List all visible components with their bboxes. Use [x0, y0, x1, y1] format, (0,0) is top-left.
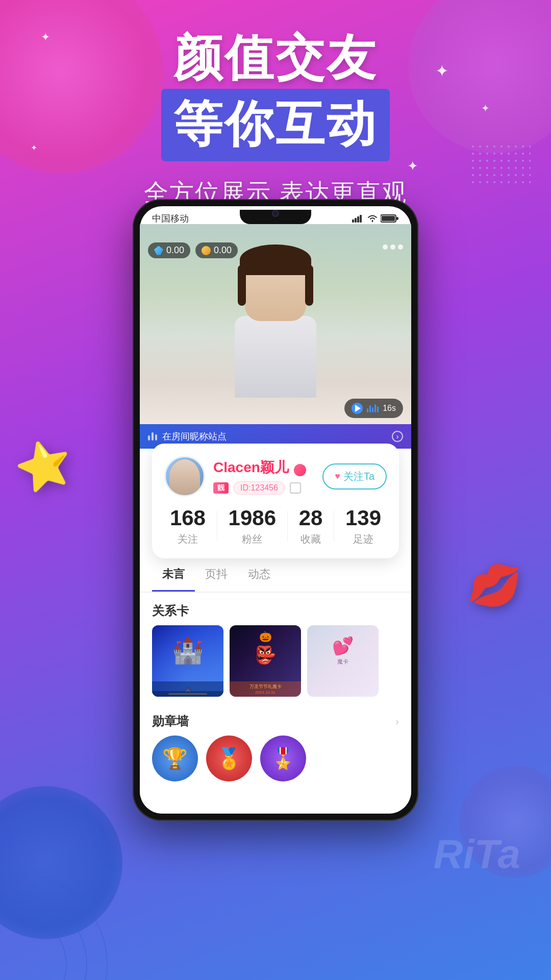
- medal-arrow-icon[interactable]: ›: [395, 716, 399, 727]
- rita-watermark: RiTa: [434, 831, 520, 878]
- badges-row: 🏆 🏅 🎖️: [140, 736, 411, 792]
- avatar: [164, 456, 205, 497]
- dot-2: [390, 244, 395, 250]
- tab-weiyuan[interactable]: 未言: [152, 558, 195, 592]
- relation-card-2[interactable]: 🎃 👺 万圣节节礼魔卡 2023.10.31: [230, 625, 301, 697]
- coin-badges: 0.00 0.00: [148, 242, 238, 258]
- banner-arrow-icon[interactable]: ›: [392, 431, 403, 442]
- svg-rect-6: [396, 217, 398, 220]
- medal-section-title: 勋章墙: [152, 713, 189, 729]
- svg-rect-1: [355, 218, 357, 223]
- profile-info: Clacen颖儿 靓 ID:123456: [213, 458, 314, 495]
- phone-lower-content: 未言 页抖 动态 关系卡 🏰 🏰: [140, 558, 411, 814]
- heart-icon: ♥: [335, 471, 340, 482]
- copy-id-button[interactable]: [290, 482, 301, 494]
- play-triangle-icon: [355, 405, 361, 412]
- diamond-amount: 0.00: [166, 245, 184, 256]
- following-label: 关注: [170, 532, 206, 546]
- svg-point-8: [0, 893, 87, 980]
- bar-1: [148, 435, 150, 440]
- stat-divider-2: [287, 511, 288, 542]
- dot-1: [383, 244, 388, 250]
- play-button[interactable]: [352, 403, 363, 414]
- svg-point-7: [0, 873, 107, 980]
- footprint-label: 足迹: [345, 532, 381, 546]
- person-silhouette: [230, 255, 321, 398]
- star-3d-decoration: ⭐: [9, 432, 78, 499]
- svg-rect-5: [382, 216, 395, 221]
- profile-name: Clacen颖儿: [213, 459, 289, 475]
- profile-card: Clacen颖儿 靓 ID:123456 ♥ 关注Ta: [152, 444, 399, 558]
- beauty-badge: 靓: [213, 482, 229, 494]
- follow-label: 关注Ta: [343, 470, 374, 483]
- wave-bar-4: [374, 404, 376, 412]
- followers-label: 粉丝: [229, 532, 276, 546]
- battery-icon: [381, 214, 399, 223]
- playback-control[interactable]: 16s: [344, 399, 403, 418]
- banner-bars-icon: [148, 432, 157, 440]
- hero-title-line1: 颜值交友: [0, 31, 551, 85]
- phone-screen: 中国移动: [140, 206, 411, 814]
- bar-2: [152, 432, 154, 440]
- banner-text: 在房间昵称站点: [162, 430, 387, 443]
- camera-cutout: [272, 210, 279, 217]
- medal-section-row: 勋章墙 ›: [140, 705, 411, 736]
- carrier-label: 中国移动: [152, 212, 189, 225]
- dot-3: [398, 244, 403, 250]
- tab-dongtai[interactable]: 动态: [238, 558, 281, 592]
- phone-notch: [240, 210, 311, 224]
- svg-rect-3: [360, 215, 362, 223]
- phone-frame: 中国移动: [133, 199, 418, 821]
- tab-pagepoke[interactable]: 页抖: [195, 558, 238, 592]
- diamond-icon: [154, 246, 163, 255]
- phone-mockup: 中国移动: [92, 199, 459, 821]
- wave-bar-5: [377, 406, 379, 412]
- hero-section: 颜值交友 等你互动 全方位展示 表达更直观: [0, 31, 551, 209]
- wave-bar-2: [369, 405, 371, 412]
- signal-icon: [352, 214, 364, 223]
- playback-time: 16s: [383, 404, 396, 413]
- svg-rect-2: [357, 216, 359, 223]
- user-id-badge: ID:123456: [234, 481, 285, 495]
- profile-tabs: 未言 页抖 动态: [140, 558, 411, 593]
- stat-divider-3: [334, 511, 334, 542]
- stat-following: 168 关注: [170, 506, 206, 546]
- stat-divider-1: [217, 511, 217, 542]
- avatar-figure: [169, 459, 200, 495]
- relation-cards-row: 🏰 🏰 🎃 👺 万圣节节礼魔卡 2023.10.31: [140, 625, 411, 705]
- relation-card-3[interactable]: 💕 魔卡: [307, 625, 379, 697]
- gold-badge: 0.00: [195, 242, 238, 258]
- profile-name-row: Clacen颖儿: [213, 458, 314, 477]
- svg-rect-0: [352, 219, 354, 223]
- svg-point-9: [0, 914, 66, 980]
- follow-button[interactable]: ♥ 关注Ta: [322, 463, 387, 489]
- stats-row: 168 关注 1986 粉丝 28 收藏 139: [164, 506, 387, 546]
- wave-bar-3: [372, 407, 373, 412]
- relation-card-section-title: 关系卡: [140, 593, 411, 625]
- gold-icon: [202, 246, 211, 255]
- followers-count: 1986: [229, 506, 276, 530]
- medal-badge-2: 🏅: [206, 736, 252, 781]
- wave-bar-1: [367, 408, 368, 412]
- favorites-count: 28: [299, 506, 323, 530]
- video-area: 0.00 0.00: [140, 224, 411, 449]
- profile-id-row: 靓 ID:123456: [213, 481, 314, 495]
- stat-followers: 1986 粉丝: [229, 506, 276, 546]
- wifi-icon: [367, 214, 378, 223]
- following-count: 168: [170, 506, 206, 530]
- profile-name-icon: [294, 464, 306, 476]
- gold-amount: 0.00: [214, 245, 232, 256]
- waveform-display: [367, 404, 379, 412]
- stat-favorites: 28 收藏: [299, 506, 323, 546]
- medal-badge-1: 🏆: [152, 736, 198, 781]
- medal-badge-3: 🎖️: [260, 736, 306, 781]
- relation-card-1[interactable]: 🏰 🏰: [152, 625, 223, 697]
- footprint-count: 139: [345, 506, 381, 530]
- favorites-label: 收藏: [299, 532, 323, 546]
- arc-circles-decoration: [0, 863, 117, 980]
- hero-title-line2: 等你互动: [161, 89, 390, 161]
- status-icons: [352, 214, 399, 223]
- video-menu-dots[interactable]: [383, 244, 403, 250]
- diamond-badge: 0.00: [148, 242, 190, 258]
- lips-decoration: 💋: [466, 557, 524, 614]
